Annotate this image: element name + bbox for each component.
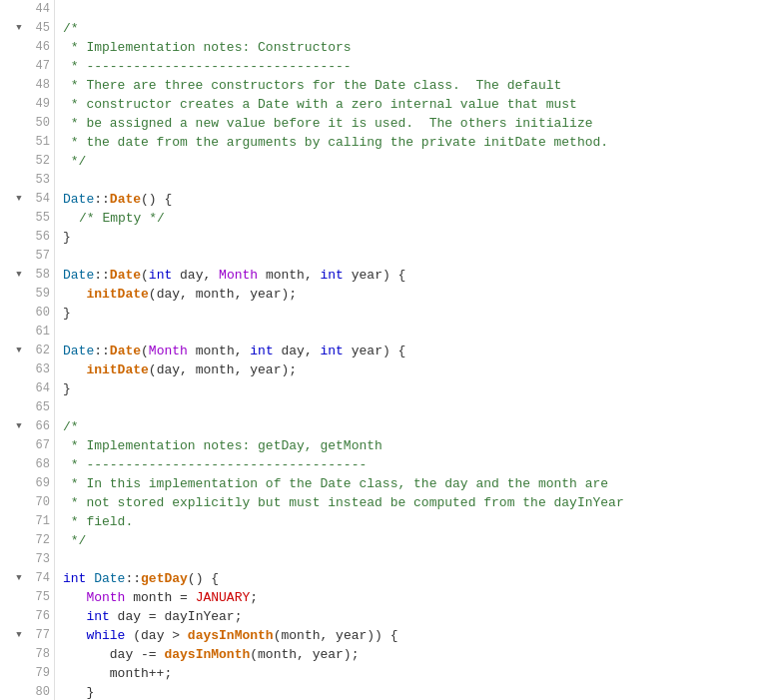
code-line: Date::Date(Month month, int day, int yea… <box>63 342 772 360</box>
gutter-row: 64 <box>0 379 50 398</box>
gutter-row: 48 <box>0 76 50 95</box>
code-line: * field. <box>63 512 772 531</box>
code-line: * There are three constructors for the D… <box>63 76 772 95</box>
line-number: 48 <box>26 76 50 95</box>
gutter-row: 55 <box>0 209 50 228</box>
code-line: * be assigned a new value before it is u… <box>63 114 772 133</box>
gutter-row: 67 <box>0 436 50 455</box>
fold-arrow[interactable]: ▼ <box>14 266 24 285</box>
code-line: Date::Date(int day, Month month, int yea… <box>63 266 772 285</box>
gutter-row: 60 <box>0 304 50 323</box>
code-line: * In this implementation of the Date cla… <box>63 474 772 493</box>
code-line: } <box>63 228 772 247</box>
code-line: */ <box>63 152 772 171</box>
line-number: 61 <box>26 323 50 342</box>
line-number: 76 <box>26 607 50 626</box>
gutter-row: 47 <box>0 57 50 76</box>
gutter-row: 53 <box>0 171 50 190</box>
code-line <box>63 0 772 19</box>
gutter-row: 52 <box>0 152 50 171</box>
line-number: 45 <box>26 19 50 38</box>
gutter-row: ▼74 <box>0 569 50 588</box>
line-number: 49 <box>26 95 50 114</box>
line-number: 54 <box>26 190 50 209</box>
line-number: 60 <box>26 304 50 323</box>
line-number: 67 <box>26 436 50 455</box>
line-number: 52 <box>26 152 50 171</box>
line-number: 53 <box>26 171 50 190</box>
line-number: 55 <box>26 209 50 228</box>
line-number: 71 <box>26 512 50 531</box>
code-editor: 44▼454647484950515253▼54555657▼58596061▼… <box>0 0 772 700</box>
code-line: } <box>63 304 772 323</box>
line-gutter: 44▼454647484950515253▼54555657▼58596061▼… <box>0 0 55 700</box>
line-number: 56 <box>26 228 50 247</box>
gutter-row: 75 <box>0 588 50 607</box>
gutter-row: 57 <box>0 247 50 266</box>
line-number: 80 <box>26 683 50 700</box>
gutter-row: ▼45 <box>0 19 50 38</box>
line-number: 66 <box>26 417 50 436</box>
code-line: initDate(day, month, year); <box>63 285 772 304</box>
gutter-row: 49 <box>0 95 50 114</box>
code-line <box>63 247 772 266</box>
code-line: Date::Date() { <box>63 190 772 209</box>
gutter-row: 61 <box>0 323 50 342</box>
fold-arrow[interactable]: ▼ <box>14 626 24 645</box>
gutter-row: 59 <box>0 285 50 304</box>
code-line: * ------------------------------------ <box>63 455 772 474</box>
gutter-row: 72 <box>0 531 50 550</box>
line-number: 69 <box>26 474 50 493</box>
gutter-row: 80 <box>0 683 50 700</box>
code-line: initDate(day, month, year); <box>63 360 772 379</box>
gutter-row: 70 <box>0 493 50 512</box>
line-number: 50 <box>26 114 50 133</box>
fold-arrow[interactable]: ▼ <box>14 417 24 436</box>
gutter-row: 73 <box>0 550 50 569</box>
code-line: } <box>63 683 772 700</box>
code-line: int day = dayInYear; <box>63 607 772 626</box>
line-number: 62 <box>26 342 50 360</box>
gutter-row: 63 <box>0 360 50 379</box>
code-line: Month month = JANUARY; <box>63 588 772 607</box>
code-content: /* * Implementation notes: Constructors … <box>55 0 772 700</box>
line-number: 65 <box>26 398 50 417</box>
line-number: 59 <box>26 285 50 304</box>
gutter-row: ▼54 <box>0 190 50 209</box>
fold-arrow[interactable]: ▼ <box>14 342 24 360</box>
code-line: /* Empty */ <box>63 209 772 228</box>
fold-arrow[interactable]: ▼ <box>14 569 24 588</box>
code-line: /* <box>63 417 772 436</box>
code-line: * Implementation notes: Constructors <box>63 38 772 57</box>
fold-arrow[interactable]: ▼ <box>14 190 24 209</box>
gutter-row: 65 <box>0 398 50 417</box>
line-number: 79 <box>26 664 50 683</box>
line-number: 73 <box>26 550 50 569</box>
line-number: 57 <box>26 247 50 266</box>
gutter-row: 68 <box>0 455 50 474</box>
code-line: while (day > daysInMonth(month, year)) { <box>63 626 772 645</box>
line-number: 77 <box>26 626 50 645</box>
line-number: 70 <box>26 493 50 512</box>
line-number: 64 <box>26 379 50 398</box>
line-number: 51 <box>26 133 50 152</box>
gutter-row: 71 <box>0 512 50 531</box>
code-line <box>63 171 772 190</box>
code-line <box>63 398 772 417</box>
gutter-row: 76 <box>0 607 50 626</box>
code-line: */ <box>63 531 772 550</box>
gutter-row: ▼66 <box>0 417 50 436</box>
code-line: * ---------------------------------- <box>63 57 772 76</box>
line-number: 72 <box>26 531 50 550</box>
fold-arrow[interactable]: ▼ <box>14 19 24 38</box>
gutter-row: 79 <box>0 664 50 683</box>
line-number: 46 <box>26 38 50 57</box>
code-line <box>63 550 772 569</box>
line-number: 58 <box>26 266 50 285</box>
line-number: 75 <box>26 588 50 607</box>
gutter-row: ▼62 <box>0 342 50 360</box>
line-number: 68 <box>26 455 50 474</box>
gutter-row: 51 <box>0 133 50 152</box>
line-number: 47 <box>26 57 50 76</box>
code-line: * the date from the arguments by calling… <box>63 133 772 152</box>
